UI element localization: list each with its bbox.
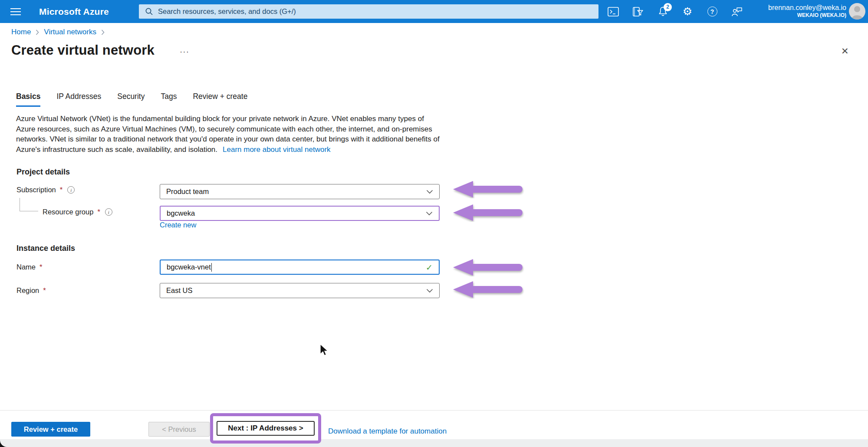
breadcrumb-home-link[interactable]: Home — [11, 28, 31, 36]
text-caret — [211, 263, 212, 272]
valid-checkmark-icon: ✓ — [426, 263, 433, 272]
help-icon[interactable]: ? — [707, 6, 718, 17]
previous-button[interactable]: < Previous — [148, 422, 210, 437]
search-icon — [145, 7, 153, 17]
required-asterisk: * — [43, 286, 46, 295]
page-header: Create virtual network ··· — [11, 43, 189, 58]
azure-portal-window: Microsoft Azure 2 ⚙ ? br — [0, 0, 868, 447]
portal-brand-title: Microsoft Azure — [39, 0, 109, 23]
page-title: Create virtual network — [11, 43, 155, 58]
tab-tags[interactable]: Tags — [161, 92, 177, 107]
breadcrumb-virtual-networks-link[interactable]: Virtual networks — [44, 28, 96, 36]
chevron-down-icon — [426, 187, 433, 196]
wizard-tabs: Basics IP Addresses Security Tags Review… — [16, 92, 247, 107]
name-label: Name* — [16, 263, 42, 271]
mouse-cursor — [319, 344, 331, 357]
create-new-link[interactable]: Create new — [160, 221, 196, 229]
global-search — [139, 4, 598, 19]
resource-group-dropdown[interactable]: bgcweka — [160, 206, 440, 221]
subscription-dropdown[interactable]: Product team — [160, 184, 440, 199]
learn-more-link[interactable]: Learn more about virtual network — [223, 145, 331, 154]
chevron-down-icon — [426, 209, 433, 217]
instance-details-heading: Instance details — [16, 244, 75, 253]
feedback-icon[interactable] — [731, 6, 743, 17]
close-icon[interactable]: ✕ — [841, 46, 849, 56]
footer-divider — [0, 410, 868, 411]
region-dropdown[interactable]: East US — [160, 283, 440, 298]
chevron-down-icon — [426, 286, 433, 295]
required-asterisk: * — [39, 263, 42, 271]
name-input[interactable]: bgcweka-vnet ✓ — [160, 260, 440, 275]
info-icon[interactable]: i — [105, 208, 112, 216]
review-create-button[interactable]: Review + create — [11, 422, 90, 437]
required-asterisk: * — [60, 186, 62, 194]
region-label: Region* — [16, 286, 46, 295]
notifications-bell-icon[interactable]: 2 — [657, 6, 668, 17]
breadcrumb: Home Virtual networks — [11, 28, 105, 36]
top-navigation-bar: Microsoft Azure 2 ⚙ ? br — [0, 0, 868, 23]
annotation-arrow-region — [452, 280, 524, 299]
settings-gear-icon[interactable]: ⚙ — [682, 6, 693, 17]
resource-group-value: bgcweka — [167, 209, 195, 217]
next-button-highlight: Next : IP Addresses > — [210, 413, 321, 444]
user-email: brennan.conley@weka.io — [768, 3, 846, 12]
tab-basics[interactable]: Basics — [16, 92, 40, 107]
field-indent-connector — [20, 198, 38, 211]
topbar-icon-group: 2 ⚙ ? — [608, 0, 743, 23]
region-value: East US — [166, 286, 193, 295]
chevron-right-icon — [101, 30, 105, 35]
tab-ip-addresses[interactable]: IP Addresses — [56, 92, 101, 107]
directory-filter-icon[interactable] — [632, 6, 644, 17]
hamburger-menu-icon[interactable] — [8, 6, 24, 17]
subscription-value: Product team — [166, 187, 209, 196]
download-template-link[interactable]: Download a template for automation — [328, 427, 447, 436]
more-options-ellipsis-icon[interactable]: ··· — [180, 44, 189, 56]
tab-review-create[interactable]: Review + create — [193, 92, 247, 107]
notification-count-badge: 2 — [664, 3, 672, 11]
cloud-shell-icon[interactable] — [608, 6, 619, 17]
user-tenant: WEKAIO (WEKA.IO) — [768, 12, 846, 19]
annotation-arrow-name — [452, 258, 524, 276]
required-asterisk: * — [97, 208, 100, 216]
annotation-arrow-resource-group — [452, 204, 524, 222]
name-value: bgcweka-vnet — [167, 263, 211, 271]
avatar[interactable] — [849, 3, 865, 20]
info-icon[interactable]: i — [67, 186, 75, 194]
resource-group-label: Resource group* i — [43, 208, 112, 216]
bottom-strip — [0, 439, 868, 447]
search-input[interactable] — [139, 4, 598, 19]
account-menu[interactable]: brennan.conley@weka.io WEKAIO (WEKA.IO) — [768, 3, 846, 19]
vnet-description: Azure Virtual Network (VNet) is the fund… — [16, 114, 445, 154]
tab-security[interactable]: Security — [117, 92, 145, 107]
next-ip-addresses-button[interactable]: Next : IP Addresses > — [217, 421, 315, 436]
subscription-label: Subscription* i — [16, 186, 75, 194]
chevron-right-icon — [36, 30, 39, 35]
annotation-arrow-subscription — [452, 180, 524, 198]
project-details-heading: Project details — [16, 168, 70, 177]
